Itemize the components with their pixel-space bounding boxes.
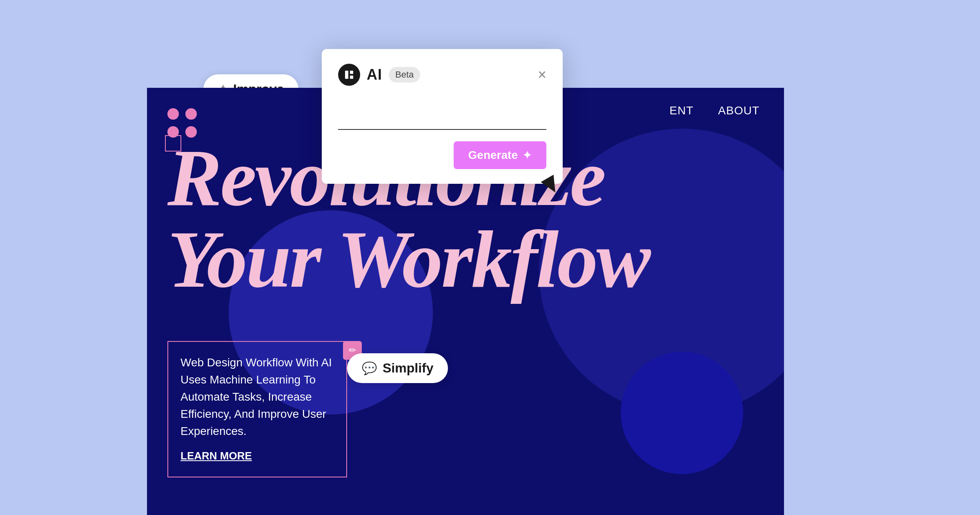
beta-badge: Beta <box>389 67 420 82</box>
close-button[interactable]: × <box>538 67 546 82</box>
generate-sparkle-icon: ✦ <box>523 149 532 162</box>
learn-more-link[interactable]: LEARN MORE <box>180 448 252 464</box>
svg-rect-2 <box>350 76 353 79</box>
nav-item-ent[interactable]: ENT <box>670 104 694 117</box>
generate-label: Generate <box>468 149 518 162</box>
headline-line2: Your Workflow <box>167 218 649 300</box>
svg-rect-0 <box>345 71 348 79</box>
nav-item-about[interactable]: ABOUT <box>718 104 760 117</box>
elementor-logo <box>338 64 360 86</box>
description-box: Web Design Workflow With AI Uses Machine… <box>167 341 347 477</box>
simplify-button-label: Simplify <box>383 361 433 376</box>
chat-icon: 💬 <box>362 361 377 375</box>
ai-panel: AI Beta × Generate ✦ <box>322 49 563 184</box>
dot-2 <box>185 108 197 120</box>
dot-1 <box>167 108 179 120</box>
decorative-arc <box>621 352 743 474</box>
ai-panel-logo-area: AI Beta <box>338 64 420 86</box>
nav-bar: ENT ABOUT <box>645 88 784 134</box>
ai-panel-actions: Generate ✦ <box>338 141 546 169</box>
simplify-button[interactable]: 💬 Simplify <box>347 353 448 383</box>
ai-panel-header: AI Beta × <box>338 64 546 86</box>
ai-label: AI <box>367 66 382 83</box>
generate-button[interactable]: Generate ✦ <box>454 141 546 169</box>
svg-rect-1 <box>350 71 353 74</box>
ai-text-input[interactable] <box>338 97 546 130</box>
generate-wrapper: Generate ✦ <box>454 141 546 169</box>
description-text: Web Design Workflow With AI Uses Machine… <box>180 354 334 440</box>
